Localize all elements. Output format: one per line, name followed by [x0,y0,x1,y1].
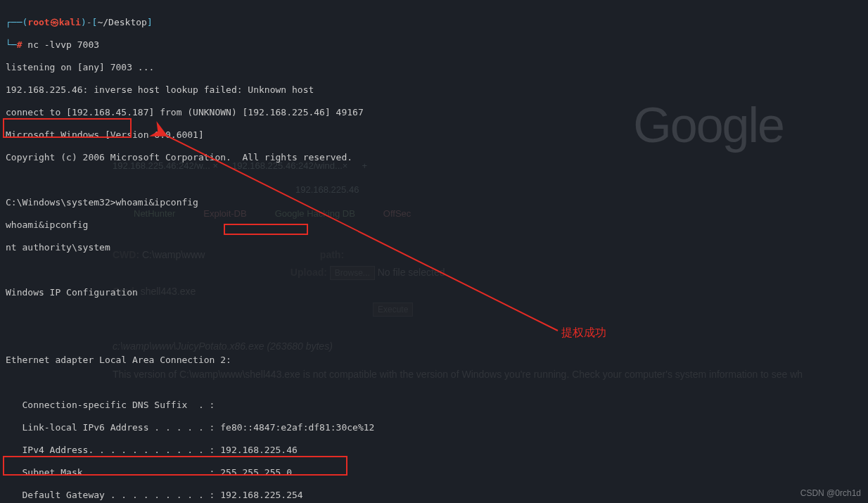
prompt-at-icon: ㉿ [50,17,59,27]
prompt-line-2: └─# nc -lvvp 7003 [6,39,868,51]
out-l3: Microsoft Windows [Version 6.0.6001] [6,129,868,141]
out-l9 [6,265,868,276]
out-l5 [6,174,868,186]
prompt-path: ~/Desktop [97,17,146,27]
out-l13: Ethernet adapter Local Area Connection 2… [6,355,868,366]
terminal-output[interactable]: ┌──(root㉿kali)-[~/Desktop] └─# nc -lvvp … [6,6,868,503]
command-nc: nc -lvvp 7003 [22,39,99,50]
prompt-line-1: ┌──(root㉿kali)-[~/Desktop] [6,17,868,28]
out-l11 [6,310,868,321]
out-l19: Default Gateway . . . . . . . . . : 192.… [6,490,868,501]
out-l16: Link-local IPv6 Address . . . . . : fe80… [6,422,868,433]
prompt-dash: - [87,17,92,27]
out-l12 [6,332,868,343]
out-l15: Connection-specific DNS Suffix . : [6,400,868,411]
prompt-open: ┌──( [6,17,27,27]
out-l10: Windows IP Configuration [6,287,868,298]
out-l17-ipv4: IPv4 Address. . . . . . . . . . . : 192.… [6,445,868,456]
prompt-user: root [27,17,49,27]
out-l2: connect to [192.168.45.187] from (UNKNOW… [6,107,868,118]
prompt-rbracket: ] [147,17,153,27]
out-l4: Copyright (c) 2006 Microsoft Corporation… [6,152,868,163]
out-l7: whoami&ipconfig [6,219,868,231]
prompt-host: kali [59,17,81,27]
prompt-close-paren: ) [81,17,87,27]
prompt-l2-prefix: └─ [6,39,17,50]
annotation-text: 提权成功 [561,327,606,338]
out-l8-nt-authority: nt authority\system [6,242,868,253]
out-l0: listening on [any] 7003 ... [6,62,868,73]
watermark: CSDN @0rch1d [800,488,861,499]
out-l14 [6,377,868,388]
out-l6: C:\Windows\system32>whoami&ipconfig [6,197,868,208]
out-l18: Subnet Mask . . . . . . . . . . . : 255.… [6,467,868,478]
out-l1: 192.168.225.46: inverse host lookup fail… [6,84,868,96]
